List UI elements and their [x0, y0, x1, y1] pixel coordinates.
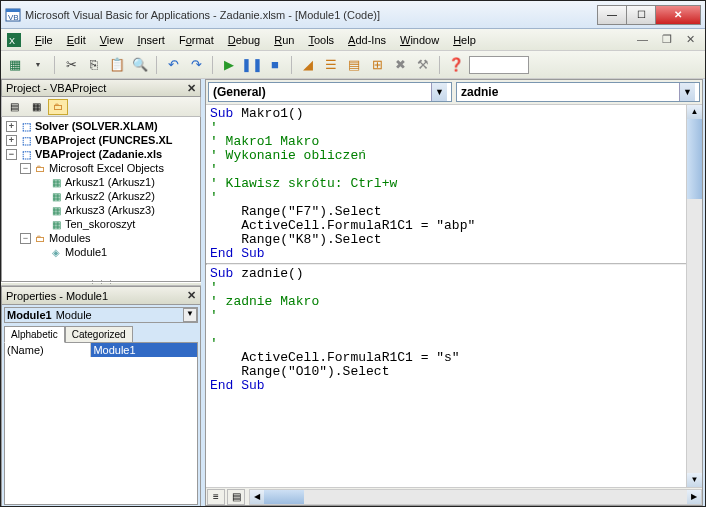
menu-window[interactable]: Window [394, 32, 445, 48]
scroll-thumb[interactable] [264, 490, 304, 504]
project-explorer-icon[interactable]: ☰ [321, 55, 341, 75]
svg-text:X: X [9, 36, 15, 46]
project-pane-label: Project - VBAProject [6, 82, 106, 94]
separator [54, 56, 55, 74]
mdi-restore[interactable]: ❐ [658, 33, 676, 46]
menu-help[interactable]: Help [447, 32, 482, 48]
properties-grid[interactable]: (Name) Module1 [4, 342, 198, 505]
code-text[interactable]: Sub zadnie() ' ' zadnie Makro ' ' Active… [206, 265, 702, 395]
procedure-view-icon[interactable]: ≡ [207, 489, 225, 505]
property-name: (Name) [5, 343, 91, 357]
tree-arkusz3[interactable]: ▦Arkusz3 (Arkusz3) [2, 203, 200, 217]
reset-icon[interactable]: ■ [265, 55, 285, 75]
tree-excel-objects[interactable]: −🗀Microsoft Excel Objects [2, 161, 200, 175]
separator [212, 56, 213, 74]
project-toolbar: ▤ ▦ 🗀 [1, 97, 201, 117]
object-browser-icon[interactable]: ⊞ [367, 55, 387, 75]
view-excel-icon[interactable]: ▦ [5, 55, 25, 75]
scroll-up-icon[interactable]: ▲ [687, 105, 702, 119]
properties-close[interactable]: ✕ [187, 289, 196, 302]
procedure-combo-value: zadnie [461, 85, 498, 99]
tree-modules[interactable]: −🗀Modules [2, 231, 200, 245]
svg-text:VB: VB [8, 13, 19, 22]
tree-funcres[interactable]: +⬚VBAProject (FUNCRES.XL [2, 133, 200, 147]
vertical-scrollbar[interactable]: ▲▼ [686, 105, 702, 487]
toggle-folders-icon[interactable]: 🗀 [48, 99, 68, 115]
maximize-button[interactable]: ☐ [626, 5, 656, 25]
minimize-button[interactable]: — [597, 5, 627, 25]
object-combo[interactable]: (General)▼ [208, 82, 452, 102]
chevron-down-icon[interactable]: ▼ [431, 83, 447, 101]
toolbox-icon[interactable]: ✖ [390, 55, 410, 75]
paste-icon[interactable]: 📋 [107, 55, 127, 75]
menu-addins[interactable]: Add-Ins [342, 32, 392, 48]
excel-icon: X [7, 33, 21, 47]
procedure-combo[interactable]: zadnie▼ [456, 82, 700, 102]
menu-run[interactable]: Run [268, 32, 300, 48]
chevron-down-icon[interactable]: ▼ [679, 83, 695, 101]
properties-window-icon[interactable]: ▤ [344, 55, 364, 75]
full-module-view-icon[interactable]: ▤ [227, 489, 245, 505]
properties-label: Properties - Module1 [6, 290, 108, 302]
properties-object-combo[interactable]: Module1 Module ▼ [4, 307, 198, 323]
find-icon[interactable]: 🔍 [130, 55, 150, 75]
help-icon[interactable]: ❓ [446, 55, 466, 75]
menu-insert[interactable]: Insert [131, 32, 171, 48]
menu-format[interactable]: Format [173, 32, 220, 48]
line-col-combo[interactable] [469, 56, 529, 74]
tab-alphabetic[interactable]: Alphabetic [4, 326, 65, 343]
scroll-down-icon[interactable]: ▼ [687, 473, 702, 487]
svg-rect-1 [6, 9, 20, 12]
tree-arkusz1[interactable]: ▦Arkusz1 (Arkusz1) [2, 175, 200, 189]
view-code-icon[interactable]: ▤ [4, 99, 24, 115]
standard-toolbar: ▦ ▼ ✂ ⎘ 📋 🔍 ↶ ↷ ▶ ❚❚ ■ ◢ ☰ ▤ ⊞ ✖ ⚒ ❓ [1, 51, 705, 79]
properties-title: Properties - Module1 ✕ [2, 287, 200, 305]
window-titlebar: VB Microsoft Visual Basic for Applicatio… [1, 1, 705, 29]
close-button[interactable]: ✕ [655, 5, 701, 25]
menu-tools[interactable]: Tools [302, 32, 340, 48]
code-text[interactable]: Sub Makro1() ' ' Makro1 Makro ' Wykonani… [206, 105, 702, 263]
combo-arrow-icon[interactable]: ▼ [183, 308, 197, 322]
tree-thisworkbook[interactable]: ▦Ten_skoroszyt [2, 217, 200, 231]
dropdown-icon[interactable]: ▼ [28, 55, 48, 75]
redo-icon[interactable]: ↷ [186, 55, 206, 75]
property-row[interactable]: (Name) Module1 [5, 343, 197, 357]
scroll-right-icon[interactable]: ▶ [687, 490, 701, 504]
tree-arkusz2[interactable]: ▦Arkusz2 (Arkusz2) [2, 189, 200, 203]
project-tree[interactable]: +⬚Solver (SOLVER.XLAM) +⬚VBAProject (FUN… [1, 117, 201, 282]
tree-zadanie[interactable]: −⬚VBAProject (Zadanie.xls [2, 147, 200, 161]
view-object-icon[interactable]: ▦ [26, 99, 46, 115]
tree-module1[interactable]: ◈Module1 [2, 245, 200, 259]
horizontal-scrollbar[interactable]: ◀▶ [249, 489, 702, 505]
tree-solver[interactable]: +⬚Solver (SOLVER.XLAM) [2, 119, 200, 133]
undo-icon[interactable]: ↶ [163, 55, 183, 75]
code-editor[interactable]: ▲▼ Sub Makro1() ' ' Makro1 Makro ' Wykon… [206, 105, 702, 487]
menubar: X FFileile Edit View Insert Format Debug… [1, 29, 705, 51]
menu-edit[interactable]: Edit [61, 32, 92, 48]
code-window: (General)▼ zadnie▼ ▲▼ Sub Makro1() ' ' M… [205, 79, 703, 506]
window-title: Microsoft Visual Basic for Applications … [25, 9, 598, 21]
scroll-thumb[interactable] [687, 119, 702, 199]
menu-view[interactable]: View [94, 32, 130, 48]
copy-icon[interactable]: ⎘ [84, 55, 104, 75]
cut-icon[interactable]: ✂ [61, 55, 81, 75]
project-pane-close[interactable]: ✕ [187, 82, 196, 95]
separator [156, 56, 157, 74]
tools-icon[interactable]: ⚒ [413, 55, 433, 75]
mdi-close[interactable]: ✕ [682, 33, 699, 46]
app-icon: VB [5, 7, 21, 23]
properties-pane: Properties - Module1 ✕ Module1 Module ▼ … [1, 286, 201, 507]
object-combo-value: (General) [213, 85, 266, 99]
break-icon[interactable]: ❚❚ [242, 55, 262, 75]
property-value[interactable]: Module1 [91, 343, 197, 357]
mdi-minimize[interactable]: — [633, 33, 652, 46]
menu-file[interactable]: FFileile [29, 32, 59, 48]
run-icon[interactable]: ▶ [219, 55, 239, 75]
separator [291, 56, 292, 74]
menu-debug[interactable]: Debug [222, 32, 266, 48]
design-mode-icon[interactable]: ◢ [298, 55, 318, 75]
separator [439, 56, 440, 74]
tab-categorized[interactable]: Categorized [65, 326, 133, 343]
properties-obj-type: Module [54, 308, 183, 322]
scroll-left-icon[interactable]: ◀ [250, 490, 264, 504]
